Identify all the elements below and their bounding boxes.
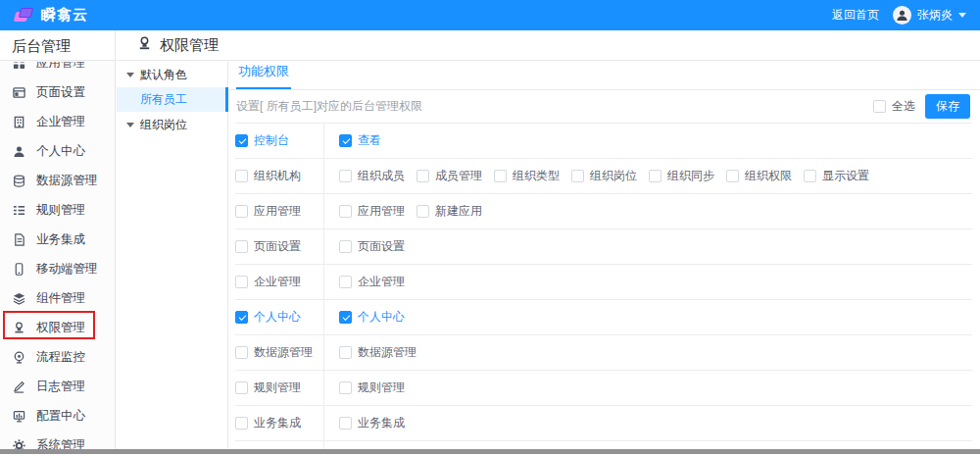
checkbox-label: 个人中心 [358, 309, 405, 326]
tree-expand-caret-icon[interactable] [126, 123, 134, 127]
permission-checkbox[interactable]: 数据源管理 [339, 344, 416, 361]
person-silhouette-icon [896, 9, 908, 22]
permission-checkbox[interactable]: 成员管理 [416, 168, 482, 184]
tab-bar: 功能权限 [229, 62, 980, 90]
select-all-checkbox[interactable]: 全选 [873, 98, 915, 115]
checkbox-unchecked [339, 205, 352, 218]
sidebar-item-pen[interactable]: 日志管理 [0, 372, 115, 401]
checkbox-label: 组织成员 [358, 168, 405, 184]
permission-group-cell: 企业管理 [235, 265, 323, 299]
sidebar-menu: 应用管理页面设置企业管理个人中心数据源管理规则管理业务集成移动端管理组件管理权限… [0, 62, 115, 449]
permission-checkbox[interactable]: 新建应用 [416, 203, 482, 220]
permission-checkbox[interactable]: 组织权限 [726, 168, 792, 184]
permission-checkbox[interactable]: 组织成员 [339, 168, 405, 184]
tree-group-label: 默认角色 [140, 67, 187, 83]
checkbox-unchecked [235, 417, 248, 430]
permission-group-cell: 数据源管理 [235, 335, 323, 370]
permission-checkbox[interactable]: 应用管理 [339, 203, 405, 220]
caret-down-icon [958, 13, 966, 18]
permissions-panel: 功能权限 设置[ 所有员工]对应的后台管理权限 全选 保存 控制台查看组织机构组… [229, 62, 980, 456]
group-checkbox[interactable]: 控制台 [235, 132, 289, 149]
permission-checkbox[interactable]: 页面设置 [339, 238, 405, 255]
building-icon [13, 116, 25, 128]
checkbox-label: 规则管理 [358, 380, 405, 396]
checkbox-unchecked [235, 240, 248, 253]
database-icon [13, 175, 25, 187]
overlapping-cubes-icon [15, 7, 34, 25]
sidebar-item-monitor-camera[interactable]: 流程监控 [0, 342, 115, 372]
checkbox-unchecked [649, 170, 662, 182]
sidebar-item-label: 数据源管理 [36, 173, 98, 189]
group-checkbox[interactable]: 规则管理 [235, 380, 301, 396]
permission-row: 控制台查看 [235, 124, 972, 159]
tree-group-1[interactable]: 组织岗位 [117, 112, 227, 137]
group-checkbox[interactable]: 页面设置 [235, 238, 301, 255]
checkbox-label: 组织岗位 [590, 168, 637, 184]
sidebar-item-label: 流程监控 [36, 349, 85, 366]
checkbox-checked [339, 134, 352, 147]
sidebar-item-app-grid[interactable]: 应用管理 [0, 62, 115, 77]
group-checkbox[interactable]: 企业管理 [235, 274, 301, 290]
panel-toolbar: 设置[ 所有员工]对应的后台管理权限 全选 保存 [229, 90, 980, 123]
sidebar-item-permission-stamp[interactable]: 权限管理 [0, 313, 115, 342]
sidebar-item-database[interactable]: 数据源管理 [0, 166, 115, 195]
checkbox-unchecked [339, 381, 352, 394]
group-checkbox[interactable]: 应用管理 [235, 203, 301, 220]
group-checkbox[interactable]: 业务集成 [235, 415, 301, 431]
sidebar-item-layers[interactable]: 组件管理 [0, 283, 115, 313]
permission-row: 页面设置页面设置 [235, 229, 972, 265]
tree-item-0-0[interactable]: 所有员工 [117, 87, 227, 112]
checkbox-unchecked [339, 276, 352, 288]
sidebar-item-label: 配置中心 [36, 408, 85, 425]
user-name: 张炳炎 [917, 7, 953, 24]
user-avatar-icon [893, 6, 911, 25]
sidebar-item-document[interactable]: 业务集成 [0, 225, 115, 254]
permission-checkbox[interactable]: 组织类型 [494, 168, 560, 184]
checkbox-label: 个人中心 [254, 309, 301, 326]
permission-group-cell: 控制台 [235, 124, 323, 158]
checkbox-label: 企业管理 [358, 274, 405, 290]
group-checkbox[interactable]: 数据源管理 [235, 344, 313, 361]
checkbox-label: 组织权限 [745, 168, 792, 184]
permission-checkbox[interactable]: 显示设置 [804, 168, 869, 184]
config-monitor-icon [13, 410, 25, 423]
tab-function-permissions[interactable]: 功能权限 [236, 63, 291, 89]
permission-checkbox[interactable]: 个人中心 [339, 309, 405, 326]
permission-checkbox[interactable]: 查看 [339, 132, 381, 149]
permissions-table: 控制台查看组织机构组织成员成员管理组织类型组织岗位组织同步组织权限显示设置应用管… [235, 123, 972, 456]
sidebar-item-rules-list[interactable]: 规则管理 [0, 195, 115, 225]
sidebar-item-building[interactable]: 企业管理 [0, 107, 115, 136]
permission-group-cell: 应用管理 [235, 194, 323, 228]
sidebar-item-page-settings[interactable]: 页面设置 [0, 77, 115, 107]
permission-group-cell: 业务集成 [235, 406, 323, 440]
permission-checkbox[interactable]: 规则管理 [339, 380, 405, 396]
sidebar-item-gear[interactable]: 系统管理 [0, 431, 115, 449]
checkbox-label: 显示设置 [822, 168, 869, 184]
permission-checkbox[interactable]: 业务集成 [339, 415, 405, 431]
topbar: 瞬翕云 返回首页 张炳炎 [0, 0, 980, 30]
sidebar-item-mobile[interactable]: 移动端管理 [0, 254, 115, 283]
sidebar-item-person[interactable]: 个人中心 [0, 136, 115, 166]
tree-group-0[interactable]: 默认角色 [117, 62, 227, 87]
toolbar-actions: 全选 保存 [873, 94, 970, 119]
checkbox-unchecked [235, 276, 248, 288]
checkbox-label: 数据源管理 [358, 344, 416, 361]
permission-checkbox[interactable]: 企业管理 [339, 274, 405, 290]
checkbox-label: 控制台 [254, 132, 289, 149]
tree-expand-caret-icon[interactable] [126, 73, 134, 77]
checkbox-label: 页面设置 [358, 238, 405, 255]
save-button[interactable]: 保存 [925, 94, 970, 119]
permission-checkbox[interactable]: 组织岗位 [571, 168, 637, 184]
checkbox-unchecked [416, 170, 429, 182]
user-menu[interactable]: 张炳炎 [893, 6, 966, 25]
permission-group-cell: 组织机构 [235, 159, 323, 193]
sidebar-item-label: 移动端管理 [36, 261, 98, 278]
permission-checkbox[interactable]: 组织同步 [649, 168, 714, 184]
return-home-link[interactable]: 返回首页 [832, 7, 879, 24]
sidebar-item-label: 业务集成 [36, 231, 85, 248]
group-checkbox[interactable]: 个人中心 [235, 309, 301, 326]
group-checkbox[interactable]: 组织机构 [235, 168, 301, 184]
permission-items-cell: 企业管理 [323, 265, 972, 299]
checkbox-label: 页面设置 [254, 238, 301, 255]
sidebar-item-config-monitor[interactable]: 配置中心 [0, 401, 115, 431]
